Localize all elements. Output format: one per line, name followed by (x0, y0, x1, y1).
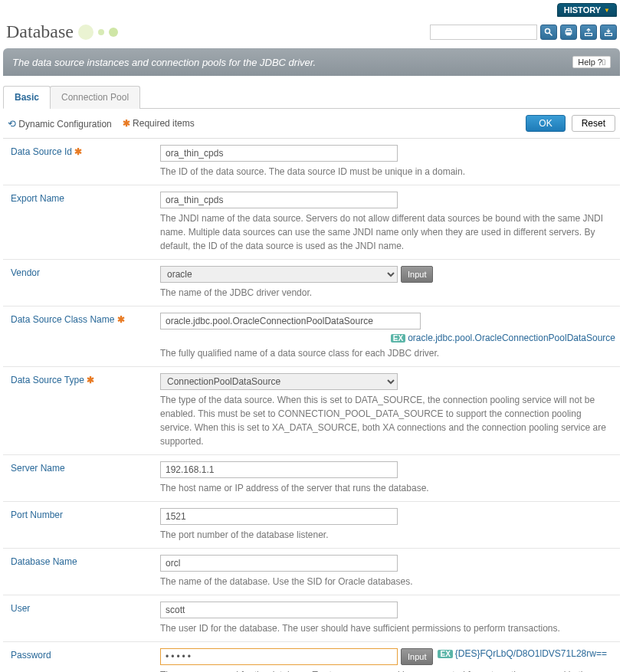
reset-button[interactable]: Reset (572, 115, 615, 132)
user-input[interactable] (160, 602, 398, 618)
required-icon: ✱ (74, 146, 82, 157)
password-input[interactable] (160, 648, 398, 665)
vendor-input-button[interactable]: Input (401, 266, 433, 283)
desc-export-name: The JNDI name of the data source. Server… (160, 211, 615, 253)
label-server-name: Server Name (11, 461, 160, 495)
desc-ds-class: The fully qualified name of a data sourc… (160, 346, 615, 360)
search-input[interactable] (430, 25, 537, 40)
required-icon: ✱ (123, 118, 130, 129)
ds-class-input[interactable] (160, 313, 421, 329)
ds-type-select[interactable]: ConnectionPoolDataSource (160, 373, 398, 390)
print-button[interactable] (560, 25, 577, 40)
vendor-select[interactable]: oracle (160, 266, 398, 283)
label-db-name: Database Name (11, 555, 160, 588)
page-title: Database (6, 21, 74, 42)
desc-password: The user password for the database. To s… (160, 668, 615, 672)
desc-user: The user ID for the database. The user s… (160, 621, 615, 635)
export-icon (584, 28, 593, 37)
svg-rect-4 (567, 32, 571, 34)
history-button[interactable]: HISTORY ▼ (557, 3, 617, 17)
history-label: HISTORY (564, 5, 601, 15)
tabbar: Basic Connection Pool (3, 76, 620, 109)
svg-point-0 (546, 28, 550, 33)
svg-rect-5 (585, 33, 592, 35)
label-user: User (11, 602, 160, 635)
label-ds-class: Data Source Class Name ✱ (11, 313, 160, 360)
ex-badge-icon: EX (391, 334, 405, 343)
password-hash: EX{DES}FQrLbQ/D8O1lDVS71L28rw== (438, 648, 606, 659)
label-password: Password (11, 648, 160, 672)
label-ds-type: Data Source Type ✱ (11, 373, 160, 448)
svg-rect-3 (567, 28, 571, 30)
port-input[interactable] (160, 508, 398, 525)
deco-dot-icon (109, 28, 118, 37)
ds-class-example: EXoracle.jdbc.pool.OracleConnectionPoolD… (160, 333, 615, 343)
required-icon: ✱ (87, 375, 94, 385)
tab-connection-pool[interactable]: Connection Pool (50, 86, 140, 109)
tab-basic[interactable]: Basic (3, 86, 51, 109)
export-xml-button[interactable] (580, 25, 597, 40)
desc-port: The port number of the database listener… (160, 528, 615, 542)
help-label: Help (578, 57, 595, 67)
required-icon: ✱ (117, 314, 125, 325)
banner: The data source instances and connection… (3, 48, 620, 76)
db-name-input[interactable] (160, 555, 398, 572)
desc-ds-type: The type of the data source. When this i… (160, 393, 615, 448)
search-button[interactable] (540, 25, 557, 40)
import-icon (604, 28, 613, 37)
data-source-id-input[interactable] (160, 145, 398, 162)
chevron-down-icon: ▼ (604, 7, 610, 14)
export-name-input[interactable] (160, 192, 398, 208)
label-port: Port Number (11, 508, 160, 542)
deco-dot-icon (98, 29, 104, 35)
desc-db-name: The name of the database. Use the SID fo… (160, 575, 615, 588)
svg-rect-6 (605, 33, 612, 35)
required-legend: ✱ Required items (123, 118, 195, 129)
help-button[interactable]: Help ?⃞ (572, 56, 611, 68)
ex-badge-icon: EX (438, 650, 452, 658)
server-name-input[interactable] (160, 461, 398, 478)
desc-server-name: The host name or IP address of the serve… (160, 481, 615, 495)
ok-button[interactable]: OK (526, 115, 565, 132)
label-export-name: Export Name (11, 192, 160, 253)
desc-data-source-id: The ID of the data source. The data sour… (160, 165, 615, 179)
label-data-source-id: Data Source Id ✱ (11, 145, 160, 179)
label-vendor: Vendor (11, 266, 160, 300)
banner-text: The data source instances and connection… (12, 57, 316, 68)
password-input-button[interactable]: Input (401, 648, 433, 665)
import-xml-button[interactable] (600, 25, 617, 40)
desc-vendor: The name of the JDBC driver vendor. (160, 286, 615, 300)
refresh-icon: ⟲ (8, 118, 16, 129)
dynamic-config-link[interactable]: ⟲ Dynamic Configuration (8, 118, 112, 129)
print-icon (564, 28, 573, 37)
help-icon: ?⃞ (598, 57, 605, 67)
svg-line-1 (549, 32, 553, 35)
search-icon (544, 28, 553, 37)
deco-dot-icon (78, 25, 93, 40)
